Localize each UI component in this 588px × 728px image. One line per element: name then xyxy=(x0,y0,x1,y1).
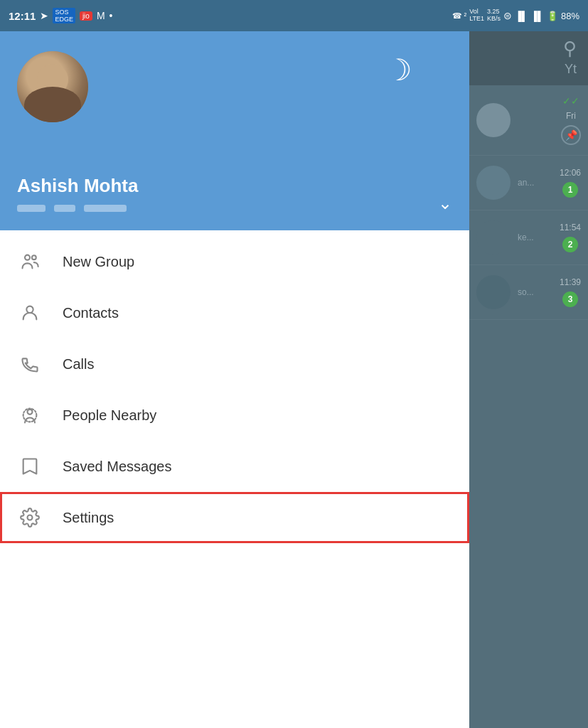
avatar xyxy=(476,275,511,309)
jio-badge: jio xyxy=(80,11,92,21)
battery-icon: 🔋 xyxy=(547,11,558,21)
chat-preview: an... xyxy=(518,178,560,188)
contacts-label: Contacts xyxy=(63,305,119,321)
svg-point-4 xyxy=(23,409,37,422)
unread-badge: 1 xyxy=(562,182,578,198)
chat-time: 11:39 xyxy=(560,277,581,287)
chat-time: Fri xyxy=(566,111,576,121)
avatar[interactable] xyxy=(17,51,88,122)
svg-point-1 xyxy=(32,255,36,259)
double-check-icon: ✓✓ xyxy=(562,95,579,107)
nearby-icon xyxy=(17,402,43,428)
settings-label: Settings xyxy=(63,510,114,526)
chat-time: 11:54 xyxy=(560,223,581,232)
chat-item[interactable]: ke... 11:54 2 xyxy=(469,210,588,265)
chat-item[interactable]: ✓✓ Fri 📌 xyxy=(469,85,588,156)
avatar xyxy=(476,166,511,200)
chevron-down-icon[interactable]: ⌄ xyxy=(438,193,452,213)
profile-name: Ashish Mohta xyxy=(17,175,452,197)
chat-header: ⚲ Yt xyxy=(469,31,588,85)
yt-label: Yt xyxy=(565,62,577,77)
svg-point-5 xyxy=(28,515,33,520)
chat-meta: 12:06 1 xyxy=(560,168,581,198)
avatar xyxy=(476,220,511,255)
menu-item-saved-messages[interactable]: Saved Messages xyxy=(0,441,469,492)
chat-meta: 11:39 3 xyxy=(560,277,581,307)
moon-icon[interactable]: ☽ xyxy=(385,53,412,87)
calls-label: Calls xyxy=(63,356,94,373)
menu-list: New Group Contacts Ca xyxy=(0,230,469,549)
profile-phone xyxy=(17,201,452,213)
status-bar: 12:11 ➤ SOSEDGE jio M • ☎ ² VolLTE1 3.25… xyxy=(0,0,588,31)
status-left: 12:11 ➤ SOSEDGE jio M • xyxy=(9,8,112,23)
status-right: ☎ ² VolLTE1 3.25KB/s ⊜ ▐▌ ▐▌ 🔋 88% xyxy=(452,9,579,23)
menu-item-people-nearby[interactable]: People Nearby xyxy=(0,390,469,441)
svg-point-0 xyxy=(25,255,30,260)
chat-meta: 11:54 2 xyxy=(560,223,581,252)
phone-icon xyxy=(17,351,43,377)
avatar-image xyxy=(17,51,88,122)
speed: 3.25KB/s xyxy=(487,9,501,23)
chat-time: 12:06 xyxy=(560,168,581,178)
drawer: ☽ Ashish Mohta ⌄ xyxy=(0,31,469,728)
gear-icon xyxy=(17,505,43,530)
profile-header: ☽ Ashish Mohta ⌄ xyxy=(0,31,469,230)
chat-preview: so... xyxy=(518,287,560,297)
chat-item[interactable]: so... 11:39 3 xyxy=(469,265,588,320)
chat-info: ke... xyxy=(518,232,560,242)
gmail-icon: M xyxy=(97,10,105,21)
menu-item-contacts[interactable]: Contacts xyxy=(0,287,469,338)
chat-preview: ke... xyxy=(518,232,560,242)
chat-item[interactable]: an... 12:06 1 xyxy=(469,156,588,210)
svg-point-2 xyxy=(26,306,33,313)
signal2-icon: ▐▌ xyxy=(531,11,544,21)
battery-percent: 88% xyxy=(561,11,579,21)
location-icon: ➤ xyxy=(40,10,48,21)
bookmark-icon xyxy=(17,454,43,479)
menu-item-new-group[interactable]: New Group xyxy=(0,236,469,287)
person-icon xyxy=(17,300,43,326)
people-nearby-label: People Nearby xyxy=(63,407,156,424)
search-icon[interactable]: ⚲ xyxy=(563,38,577,60)
signal1-icon: ▐▌ xyxy=(515,11,528,21)
chat-info: an... xyxy=(518,178,560,188)
svg-point-3 xyxy=(28,410,33,414)
unread-badge: 2 xyxy=(562,237,578,252)
chat-info: so... xyxy=(518,287,560,297)
network-badge: SOSEDGE xyxy=(53,8,75,23)
unread-badge: 3 xyxy=(562,291,578,307)
vol-lte: VolLTE1 xyxy=(469,9,484,23)
menu-item-calls[interactable]: Calls xyxy=(0,338,469,390)
pin-icon: 📌 xyxy=(561,125,581,145)
voip-icon: ☎ ² xyxy=(452,11,467,21)
menu-item-settings[interactable]: Settings xyxy=(0,492,469,543)
chat-meta: ✓✓ Fri 📌 xyxy=(561,95,581,145)
dot-icon: • xyxy=(109,10,113,21)
new-group-label: New Group xyxy=(63,254,134,270)
chat-list: ✓✓ Fri 📌 an... 12:06 1 xyxy=(469,85,588,728)
avatar xyxy=(476,103,511,137)
people-icon xyxy=(17,249,43,274)
main-layout: ☽ Ashish Mohta ⌄ xyxy=(0,31,588,728)
saved-messages-label: Saved Messages xyxy=(63,459,171,475)
status-time: 12:11 xyxy=(9,10,36,22)
wifi-icon: ⊜ xyxy=(503,10,512,21)
chat-panel: ⚲ Yt ✓✓ Fri 📌 an... 12: xyxy=(469,31,588,728)
